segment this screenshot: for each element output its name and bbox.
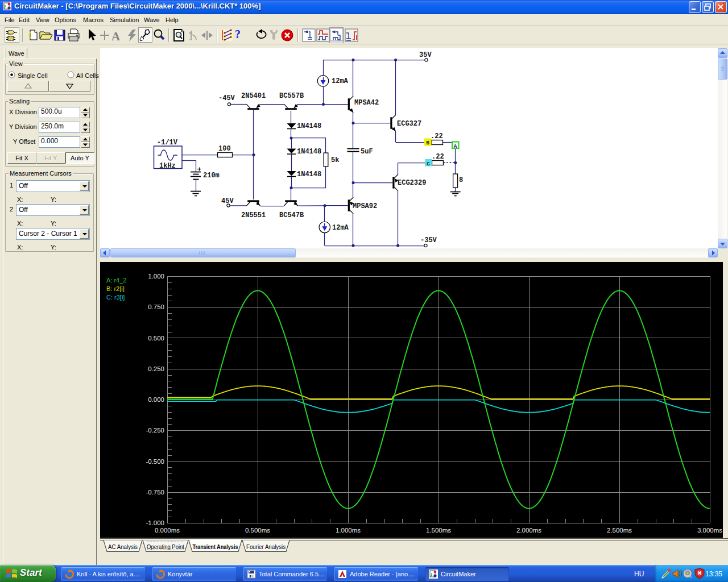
- svg-text:-1.000: -1.000: [146, 519, 164, 526]
- svg-text:Transient Analysis: Transient Analysis: [193, 543, 238, 550]
- svg-text:0.500ms: 0.500ms: [245, 527, 270, 534]
- svg-text:2.500ms: 2.500ms: [607, 527, 632, 534]
- svg-text:B: r2[i]: B: r2[i]: [106, 285, 125, 292]
- svg-text:1.000ms: 1.000ms: [336, 527, 361, 534]
- svg-text:3.000ms: 3.000ms: [697, 527, 722, 534]
- svg-text:A: r4_2: A: r4_2: [106, 277, 126, 284]
- svg-text:0.000: 0.000: [148, 396, 164, 403]
- svg-text:-0.500: -0.500: [146, 458, 164, 465]
- svg-text:0.250: 0.250: [148, 365, 164, 372]
- svg-text:-0.750: -0.750: [146, 489, 164, 496]
- svg-text:0.500: 0.500: [148, 335, 164, 342]
- svg-text:-0.250: -0.250: [146, 427, 164, 434]
- svg-text:1.000: 1.000: [148, 273, 164, 280]
- svg-text:0.000ms: 0.000ms: [155, 527, 180, 534]
- svg-text:Fourier Analysis: Fourier Analysis: [246, 543, 286, 550]
- svg-text:C: r3[i]: C: r3[i]: [106, 294, 125, 301]
- svg-text:0.750: 0.750: [148, 304, 164, 310]
- svg-text:1.500ms: 1.500ms: [426, 527, 451, 534]
- svg-text:Operating Point: Operating Point: [147, 543, 184, 550]
- svg-text:AC Analysis: AC Analysis: [108, 543, 138, 550]
- svg-text:2.000ms: 2.000ms: [516, 527, 541, 534]
